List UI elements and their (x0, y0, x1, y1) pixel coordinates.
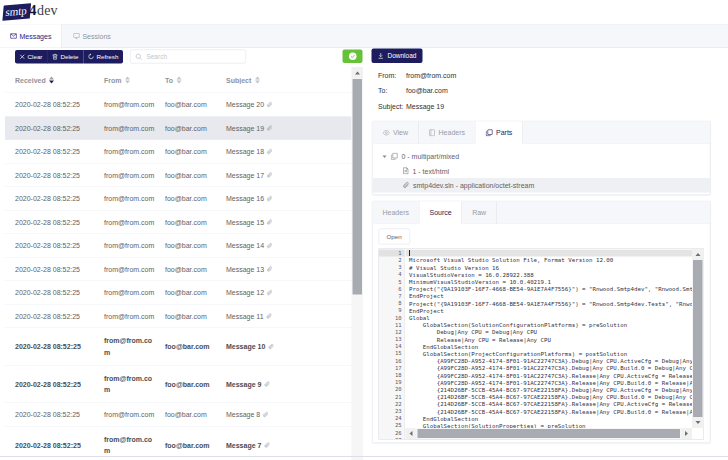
field-to: To:foo@bar.com (378, 87, 456, 95)
scroll-up-arrow[interactable] (352, 67, 364, 79)
table-header-row: ReceivedFromToSubject (5, 67, 352, 93)
cell-to: foo@bar.com (155, 310, 216, 322)
tab-parts[interactable]: Parts (476, 122, 523, 145)
download-button-label: Download (388, 52, 417, 60)
part-tab-source[interactable]: Source (419, 202, 462, 225)
part-tab-bar: HeadersSourceRaw (373, 202, 711, 225)
message-row[interactable]: 2020-02-28 08:52:25from@from.comfoo@bar.… (5, 164, 352, 188)
message-row[interactable]: 2020-02-28 08:52:25from@from.comfoo@bar.… (5, 403, 352, 427)
paperclip-icon (264, 381, 270, 388)
column-header-received[interactable]: Received (5, 76, 94, 84)
column-header-subject[interactable]: Subject (216, 76, 352, 84)
editor-vscroll-thumb[interactable] (693, 260, 703, 425)
editor-scroll-left-arrow[interactable] (406, 428, 417, 439)
part-tab-raw[interactable]: Raw (462, 202, 497, 224)
message-row[interactable]: 2020-02-28 08:52:25from@from.comfoo@bar.… (5, 258, 352, 282)
paperclip-icon (267, 101, 273, 108)
cell-subject: Message 8 (216, 409, 352, 421)
message-row[interactable]: 2020-02-28 08:52:25from@from.comfoo@bar.… (5, 305, 352, 329)
caret-down-icon[interactable] (383, 156, 387, 159)
cell-to: foo@bar.com (155, 432, 216, 458)
tree-node-label: 1 - text/html (413, 167, 450, 175)
paperclip-icon (267, 266, 273, 273)
message-list-scrollbar[interactable] (352, 67, 364, 460)
message-row[interactable]: 2020-02-28 08:52:25from@from.comfoo@bar.… (5, 328, 352, 366)
field-from: From:from@from.com (378, 71, 456, 79)
tree-node[interactable]: smtp4dev.sln - application/octet-stream (373, 178, 711, 193)
tab-headers[interactable]: Headers (419, 122, 476, 144)
tab-messages[interactable]: Messages (0, 25, 62, 48)
cell-from: from@from.com (94, 193, 155, 205)
copy-document-icon (391, 153, 399, 161)
paperclip-icon (267, 289, 273, 296)
message-toolbar: Clear Delete Refresh (15, 50, 364, 64)
tree-node[interactable]: 1 - text/html (373, 164, 711, 179)
clear-button[interactable]: Clear (15, 50, 47, 64)
cell-to: foo@bar.com (155, 263, 216, 275)
cell-to: foo@bar.com (155, 122, 216, 134)
open-button[interactable]: Open (379, 229, 410, 245)
message-row[interactable]: 2020-02-28 08:52:25from@from.comfoo@bar.… (5, 366, 352, 404)
sort-carets[interactable] (177, 76, 182, 83)
cell-received: 2020-02-28 08:52:25 (5, 287, 94, 299)
eye-icon (383, 129, 391, 137)
cell-received: 2020-02-28 08:52:25 (5, 432, 94, 458)
cell-subject: Message 9 (216, 371, 352, 397)
editor-horizontal-scrollbar[interactable] (406, 428, 693, 439)
sort-carets[interactable] (255, 76, 260, 83)
tree-node[interactable]: 0 - multipart/mixed (373, 149, 711, 164)
paperclip-icon (267, 242, 273, 249)
paperclip-icon (263, 411, 269, 418)
cell-received: 2020-02-28 08:52:25 (5, 169, 94, 181)
message-row[interactable]: 2020-02-28 08:52:25from@from.comfoo@bar.… (5, 93, 352, 117)
part-tab-headers[interactable]: Headers (373, 202, 420, 224)
editor-scroll-down-arrow[interactable] (692, 417, 704, 428)
cell-to: foo@bar.com (155, 99, 216, 111)
cell-from: from@from.com (94, 122, 155, 134)
document-icon (403, 167, 410, 175)
editor-hscroll-thumb[interactable] (418, 429, 681, 438)
page-bottom-border (0, 456, 728, 457)
column-label: From (104, 76, 122, 84)
cell-subject: Message 17 (216, 169, 352, 181)
column-header-to[interactable]: To (155, 76, 216, 84)
message-row[interactable]: 2020-02-28 08:52:25from@from.comfoo@bar.… (5, 187, 352, 211)
refresh-button[interactable]: Refresh (83, 50, 123, 64)
server-status-button[interactable] (343, 50, 363, 64)
tab-label: Headers (439, 129, 465, 137)
message-grid: ReceivedFromToSubject 2020-02-28 08:52:2… (0, 67, 364, 460)
app-logo: smtp4dev (3, 1, 58, 18)
parts-tree: 0 - multipart/mixed1 - text/htmlsmtp4dev… (373, 144, 711, 193)
message-row[interactable]: 2020-02-28 08:52:25from@from.comfoo@bar.… (5, 234, 352, 258)
tab-sessions[interactable]: Sessions (62, 25, 121, 48)
download-icon (378, 53, 385, 60)
sort-carets[interactable] (49, 76, 54, 83)
message-row[interactable]: 2020-02-28 08:52:25from@from.comfoo@bar.… (5, 117, 352, 141)
paperclip-icon (267, 219, 273, 226)
tab-view[interactable]: View (373, 122, 419, 144)
tab-messages-label: Messages (20, 32, 52, 40)
scrollbar-thumb[interactable] (353, 79, 363, 295)
message-row[interactable]: 2020-02-28 08:52:25from@from.comfoo@bar.… (5, 281, 352, 305)
message-row[interactable]: 2020-02-28 08:52:25from@from.comfoo@bar.… (5, 427, 352, 460)
delete-button[interactable]: Delete (47, 50, 83, 64)
trash-icon (52, 53, 58, 60)
column-header-from[interactable]: From (94, 76, 155, 84)
editor-scroll-up-arrow[interactable] (692, 249, 704, 260)
search-input[interactable] (130, 50, 246, 64)
download-button[interactable]: Download (372, 49, 423, 64)
cell-to: foo@bar.com (155, 287, 216, 299)
message-row[interactable]: 2020-02-28 08:52:25from@from.comfoo@bar.… (5, 140, 352, 164)
cell-to: foo@bar.com (155, 409, 216, 421)
check-circle-icon (348, 52, 357, 61)
message-row[interactable]: 2020-02-28 08:52:25from@from.comfoo@bar.… (5, 211, 352, 235)
cell-received: 2020-02-28 08:52:25 (5, 371, 94, 397)
cell-subject: Message 12 (216, 287, 352, 299)
editor-vertical-scrollbar[interactable] (692, 249, 704, 428)
copy-document-icon (486, 129, 494, 137)
sort-carets[interactable] (125, 76, 130, 83)
editor-scroll-right-arrow[interactable] (681, 428, 692, 439)
source-editor[interactable]: 1234567891011121314151617181920212223242… (379, 249, 705, 440)
field-subject: Subject:Message 19 (378, 102, 456, 110)
code-area[interactable]: Microsoft Visual Studio Solution File, F… (406, 250, 693, 429)
